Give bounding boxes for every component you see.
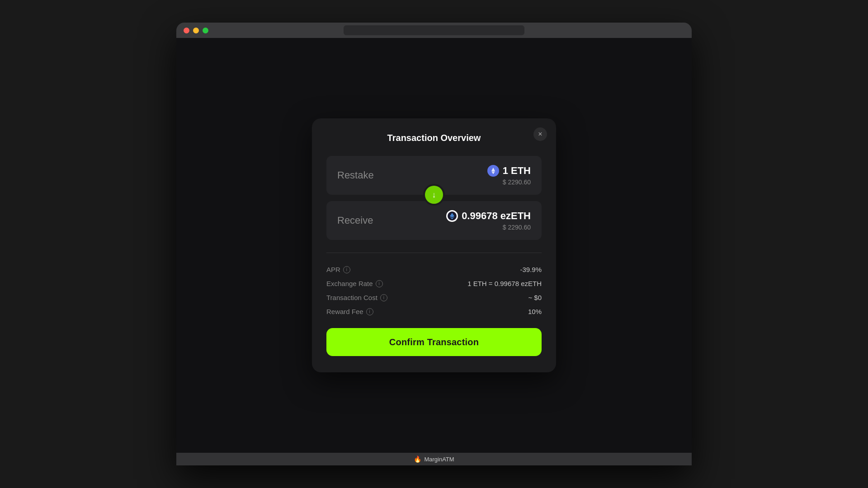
transaction-modal: × Transaction Overview Restake <box>312 118 556 372</box>
receive-label: Receive <box>337 215 373 226</box>
modal-overlay: × Transaction Overview Restake <box>176 38 692 453</box>
restake-token-amount: 1 ETH <box>503 165 531 177</box>
browser-topbar <box>176 23 692 38</box>
restake-label: Restake <box>337 169 374 181</box>
arrow-down-icon: ↓ <box>432 190 436 200</box>
laptop-shell: × Transaction Overview Restake <box>176 23 692 465</box>
cards-wrapper: Restake 1 ETH <box>326 156 542 240</box>
brand-icon: 🔥 <box>414 455 421 463</box>
reward-fee-info-icon[interactable]: i <box>366 308 373 315</box>
eth-icon <box>487 165 499 177</box>
apr-label: APR i <box>326 266 350 273</box>
reward-fee-value: 10% <box>528 308 542 315</box>
exchange-rate-label: Exchange Rate i <box>326 280 383 287</box>
transaction-cost-info-icon[interactable]: i <box>380 294 387 301</box>
brand-name: MarginATM <box>424 456 454 463</box>
laptop-bottom-bar: 🔥 MarginATM <box>176 453 692 465</box>
tl-yellow[interactable] <box>193 28 199 33</box>
close-icon: × <box>538 130 542 138</box>
modal-title: Transaction Overview <box>326 133 542 143</box>
tl-red[interactable] <box>184 28 189 33</box>
receive-token-row: 0.99678 ezETH <box>446 210 531 222</box>
receive-amount-block: 0.99678 ezETH $ 2290.60 <box>446 210 531 231</box>
reward-fee-label: Reward Fee i <box>326 308 373 315</box>
receive-card: Receive 0.99678 ezETH <box>326 201 542 240</box>
close-button[interactable]: × <box>533 127 547 141</box>
reward-fee-row: Reward Fee i 10% <box>326 308 542 315</box>
tl-green-traffic[interactable] <box>203 28 208 33</box>
transaction-cost-label: Transaction Cost i <box>326 294 387 301</box>
restake-usd: $ 2290.60 <box>487 178 531 186</box>
transaction-cost-row: Transaction Cost i ~ $0 <box>326 294 542 301</box>
transaction-cost-value: ~ $0 <box>528 294 542 301</box>
details-section: APR i -39.9% Exchange Rate i 1 ETH = 0.9… <box>326 266 542 315</box>
restake-token-row: 1 ETH <box>487 165 531 177</box>
apr-info-icon[interactable]: i <box>343 266 350 273</box>
apr-value: -39.9% <box>520 266 542 273</box>
browser-address-bar <box>344 25 524 35</box>
laptop-screen: × Transaction Overview Restake <box>176 38 692 453</box>
exchange-rate-value: 1 ETH = 0.99678 ezETH <box>467 280 542 287</box>
ezeth-icon <box>446 210 458 222</box>
receive-usd: $ 2290.60 <box>446 224 531 231</box>
restake-amount-block: 1 ETH $ 2290.60 <box>487 165 531 186</box>
exchange-rate-info-icon[interactable]: i <box>376 280 383 287</box>
divider <box>326 253 542 253</box>
receive-token-amount: 0.99678 ezETH <box>462 210 531 222</box>
confirm-transaction-button[interactable]: Confirm Transaction <box>326 328 542 356</box>
arrow-circle: ↓ <box>425 186 443 204</box>
apr-row: APR i -39.9% <box>326 266 542 273</box>
exchange-rate-row: Exchange Rate i 1 ETH = 0.99678 ezETH <box>326 280 542 287</box>
